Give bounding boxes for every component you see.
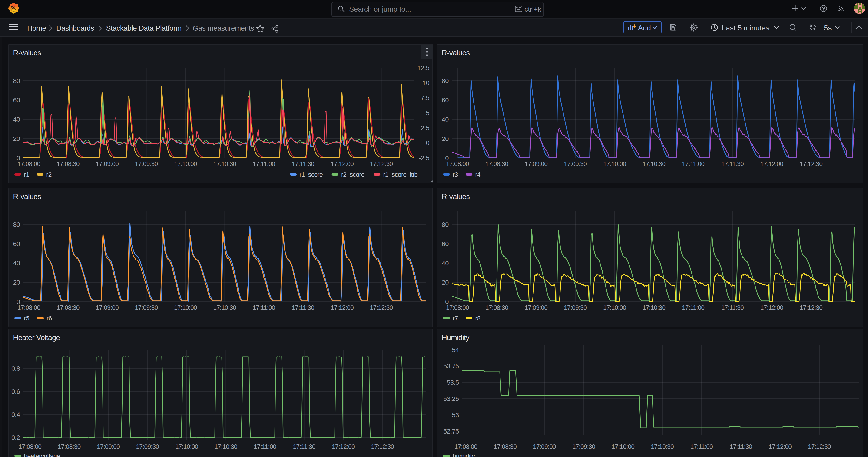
svg-text:80: 80: [442, 77, 448, 84]
svg-text:17:08:30: 17:08:30: [485, 160, 508, 167]
svg-text:53.25: 53.25: [443, 395, 459, 402]
svg-text:17:11:00: 17:11:00: [690, 443, 713, 450]
svg-text:17:08:00: 17:08:00: [18, 304, 40, 311]
svg-text:R-values: R-values: [13, 192, 41, 201]
svg-text:17:11:30: 17:11:30: [730, 443, 752, 450]
svg-text:17:09:30: 17:09:30: [572, 443, 595, 450]
svg-text:2.5: 2.5: [421, 124, 429, 132]
svg-text:r7: r7: [453, 315, 458, 322]
svg-text:17:12:30: 17:12:30: [800, 304, 823, 311]
svg-text:17:10:30: 17:10:30: [643, 160, 665, 167]
svg-text:r3: r3: [453, 171, 458, 178]
svg-text:17:11:30: 17:11:30: [721, 160, 744, 167]
svg-text:17:08:00: 17:08:00: [455, 443, 477, 450]
svg-text:-2.5: -2.5: [418, 154, 429, 162]
svg-text:60: 60: [13, 240, 20, 247]
svg-text:17:11:00: 17:11:00: [682, 304, 705, 311]
svg-text:17:08:00: 17:08:00: [446, 160, 469, 167]
svg-text:0.8: 0.8: [11, 365, 20, 372]
svg-text:17:12:30: 17:12:30: [370, 304, 393, 311]
svg-text:17:12:30: 17:12:30: [800, 160, 823, 167]
svg-text:Humidity: Humidity: [442, 333, 470, 342]
svg-text:80: 80: [13, 221, 20, 228]
svg-text:20: 20: [442, 279, 448, 286]
svg-text:54: 54: [452, 346, 459, 354]
svg-text:40: 40: [442, 116, 448, 123]
svg-text:17:12:00: 17:12:00: [331, 304, 354, 311]
svg-text:r5: r5: [24, 315, 29, 322]
svg-text:20: 20: [13, 135, 20, 142]
svg-text:53: 53: [452, 412, 459, 419]
svg-text:17:12:00: 17:12:00: [761, 304, 783, 311]
svg-text:17:12:00: 17:12:00: [332, 443, 355, 450]
svg-text:17:08:30: 17:08:30: [57, 304, 80, 311]
svg-text:R-values: R-values: [442, 192, 470, 201]
svg-text:0.6: 0.6: [11, 388, 20, 395]
svg-text:17:11:30: 17:11:30: [292, 304, 314, 311]
svg-text:60: 60: [442, 96, 448, 104]
svg-text:17:09:30: 17:09:30: [564, 304, 587, 311]
svg-text:17:08:30: 17:08:30: [58, 443, 81, 450]
svg-text:5: 5: [426, 109, 429, 117]
svg-text:17:10:00: 17:10:00: [603, 304, 626, 311]
svg-text:17:10:30: 17:10:30: [213, 160, 236, 167]
svg-text:17:09:00: 17:09:00: [97, 443, 120, 450]
svg-text:0.4: 0.4: [11, 411, 20, 418]
svg-text:80: 80: [13, 77, 20, 84]
svg-text:r6: r6: [46, 315, 52, 322]
svg-text:17:10:00: 17:10:00: [612, 443, 634, 450]
svg-text:Heater Voltage: Heater Voltage: [13, 333, 60, 342]
svg-text:r2_score: r2_score: [341, 171, 365, 178]
svg-text:R-values: R-values: [13, 49, 41, 57]
svg-text:17:11:00: 17:11:00: [253, 304, 275, 311]
svg-text:17:11:00: 17:11:00: [254, 443, 276, 450]
svg-text:17:10:00: 17:10:00: [175, 443, 198, 450]
svg-text:r8: r8: [475, 315, 480, 322]
svg-text:17:10:00: 17:10:00: [174, 304, 197, 311]
svg-text:17:09:30: 17:09:30: [135, 160, 158, 167]
svg-text:17:11:00: 17:11:00: [682, 160, 705, 167]
svg-text:17:09:30: 17:09:30: [564, 160, 587, 167]
svg-text:17:09:00: 17:09:00: [525, 304, 548, 311]
svg-text:53.5: 53.5: [447, 379, 459, 386]
svg-text:17:12:30: 17:12:30: [370, 160, 393, 167]
svg-text:17:08:00: 17:08:00: [19, 443, 41, 450]
svg-text:r2: r2: [46, 171, 52, 178]
svg-text:17:10:30: 17:10:30: [213, 304, 236, 311]
svg-text:80: 80: [442, 221, 448, 228]
svg-text:17:09:30: 17:09:30: [136, 443, 159, 450]
svg-text:17:11:30: 17:11:30: [721, 304, 744, 311]
svg-text:17:10:30: 17:10:30: [651, 443, 674, 450]
svg-text:17:10:30: 17:10:30: [643, 304, 665, 311]
svg-text:17:08:00: 17:08:00: [18, 160, 40, 167]
svg-text:40: 40: [13, 260, 20, 267]
svg-text:17:11:30: 17:11:30: [293, 443, 315, 450]
svg-text:20: 20: [442, 135, 448, 142]
svg-text:17:09:00: 17:09:00: [96, 304, 119, 311]
svg-text:17:09:00: 17:09:00: [96, 160, 119, 167]
svg-text:40: 40: [13, 116, 20, 123]
svg-text:17:08:30: 17:08:30: [494, 443, 517, 450]
svg-text:7.5: 7.5: [421, 94, 429, 101]
svg-text:17:10:00: 17:10:00: [603, 160, 626, 167]
svg-text:17:08:00: 17:08:00: [446, 304, 469, 311]
svg-text:17:11:30: 17:11:30: [292, 160, 314, 167]
svg-text:17:12:30: 17:12:30: [371, 443, 394, 450]
svg-text:17:11:00: 17:11:00: [253, 160, 275, 167]
svg-text:r1_score_lttb: r1_score_lttb: [383, 171, 417, 178]
svg-text:17:12:00: 17:12:00: [769, 443, 792, 450]
svg-text:40: 40: [442, 260, 448, 267]
svg-text:17:10:00: 17:10:00: [174, 160, 197, 167]
svg-text:R-values: R-values: [442, 49, 470, 57]
svg-text:17:12:00: 17:12:00: [331, 160, 354, 167]
svg-text:17:08:30: 17:08:30: [57, 160, 80, 167]
svg-text:r4: r4: [475, 171, 480, 178]
svg-text:r1_score: r1_score: [300, 171, 323, 178]
svg-text:17:12:00: 17:12:00: [761, 160, 783, 167]
svg-text:60: 60: [442, 240, 448, 247]
svg-text:20: 20: [13, 279, 20, 286]
svg-text:17:09:00: 17:09:00: [525, 160, 548, 167]
svg-text:12.5: 12.5: [417, 64, 429, 71]
svg-text:52.75: 52.75: [443, 428, 459, 435]
svg-text:humidity: humidity: [453, 453, 475, 457]
